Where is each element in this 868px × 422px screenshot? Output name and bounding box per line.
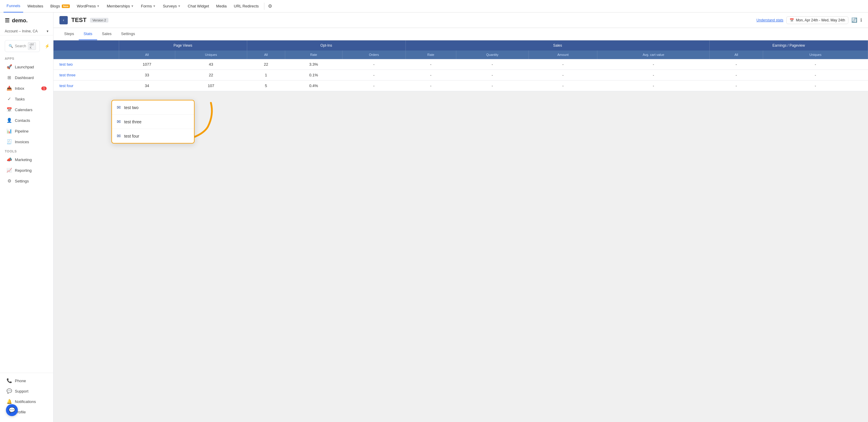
- nav-surveys[interactable]: Surveys ▼: [160, 0, 184, 12]
- cell-avg-cart: -: [597, 59, 710, 70]
- notifications-icon: 🔔: [6, 399, 12, 404]
- cell-pv-all: 34: [119, 81, 175, 91]
- sidebar-item-support[interactable]: 💬 Support: [2, 386, 52, 396]
- refresh-button[interactable]: 🔄: [851, 17, 857, 23]
- tabs-bar: Steps Stats Sales Settings: [54, 28, 868, 40]
- support-icon: 💬: [6, 388, 12, 394]
- nav-chat-widget[interactable]: Chat Widget: [185, 0, 212, 12]
- settings-label: Settings: [15, 179, 29, 183]
- nav-funnels[interactable]: Funnels: [4, 0, 23, 12]
- date-range-picker[interactable]: 📅 Mon, Apr 24th - Wed, May 24th: [786, 16, 848, 24]
- inbox-label: Inbox: [15, 86, 24, 91]
- contacts-icon: 👤: [6, 118, 12, 123]
- cell-oi-all: 22: [247, 59, 285, 70]
- tasks-icon: ✓: [6, 96, 12, 102]
- cell-pv-uniques: 22: [175, 70, 247, 81]
- app-logo: ☰ demo.: [0, 15, 53, 27]
- sub-header-right: Understand stats 📅 Mon, Apr 24th - Wed, …: [756, 16, 862, 24]
- cell-oi-rate: 0.4%: [285, 81, 342, 91]
- nav-memberships[interactable]: Memberships ▼: [104, 0, 137, 12]
- phone-label: Phone: [15, 379, 26, 383]
- th-avg-cart: Avg. cart value: [597, 51, 710, 59]
- sidebar-item-pipeline[interactable]: 📊 Pipeline: [2, 126, 52, 136]
- cell-ep-uniques: -: [763, 81, 868, 91]
- search-button[interactable]: 🔍 Search ctrl K: [5, 40, 40, 52]
- nav-blogs[interactable]: Blogs New: [47, 0, 72, 12]
- chat-widget-bubble[interactable]: 💬: [6, 404, 18, 416]
- cell-ep-uniques: -: [763, 59, 868, 70]
- email-icon: ✉: [117, 104, 121, 110]
- th-sales: Sales: [405, 40, 709, 51]
- sidebar-item-marketing[interactable]: 📣 Marketing: [2, 154, 52, 164]
- popup-item-label-test-three: test three: [124, 119, 142, 124]
- tab-sales[interactable]: Sales: [97, 28, 117, 40]
- popup-item-test-two[interactable]: ✉ test two: [112, 100, 194, 115]
- nav-url-redirects[interactable]: URL Redirects: [231, 0, 262, 12]
- email-icon: ✉: [117, 119, 121, 124]
- account-selector[interactable]: Account -- Irvine, CA ▾: [0, 27, 53, 35]
- tab-settings[interactable]: Settings: [116, 28, 140, 40]
- sidebar-item-calendars[interactable]: 📅 Calendars: [2, 104, 52, 115]
- info-button[interactable]: ℹ: [860, 17, 862, 23]
- row-name-test-four[interactable]: test four: [54, 81, 119, 91]
- understand-stats-link[interactable]: Understand stats: [756, 18, 783, 22]
- row-name-test-two[interactable]: test two: [54, 59, 119, 70]
- hamburger-icon[interactable]: ☰: [5, 17, 9, 24]
- sidebar-item-contacts[interactable]: 👤 Contacts: [2, 115, 52, 125]
- nav-websites[interactable]: Websites: [24, 0, 46, 12]
- settings-gear-icon[interactable]: ⚙: [268, 3, 272, 9]
- sub-header: ‹ TEST Version 2 Understand stats 📅 Mon,…: [54, 12, 868, 28]
- calendars-label: Calendars: [15, 108, 32, 112]
- page-title: TEST: [71, 17, 87, 24]
- cell-s-orders: -: [342, 59, 405, 70]
- th-all-pv: All: [119, 51, 175, 59]
- nav-wordpress[interactable]: WordPress ▼: [74, 0, 103, 12]
- pipeline-icon: 📊: [6, 128, 12, 134]
- marketing-label: Marketing: [15, 157, 32, 162]
- back-button[interactable]: ‹: [59, 16, 68, 24]
- lightning-icon[interactable]: ⚡: [43, 42, 51, 50]
- cell-s-rate: -: [405, 59, 456, 70]
- main-layout: ☰ demo. Account -- Irvine, CA ▾ 🔍 Search…: [0, 12, 868, 422]
- th-uniques-ep: Uniques: [763, 51, 868, 59]
- sidebar-item-dashboard[interactable]: ⊞ Dashboard: [2, 72, 52, 83]
- sidebar-item-tasks[interactable]: ✓ Tasks: [2, 94, 52, 104]
- table-row: test two 1077 43 22 3.3% - - - - - - -: [54, 59, 868, 70]
- invoices-icon: 🧾: [6, 139, 12, 145]
- cell-oi-all: 1: [247, 70, 285, 81]
- sidebar-item-reporting[interactable]: 📈 Reporting: [2, 165, 52, 175]
- account-label: Account -- Irvine, CA: [5, 29, 38, 33]
- nav-forms[interactable]: Forms ▼: [138, 0, 159, 12]
- th-all-ep: All: [710, 51, 763, 59]
- logo-text: demo.: [12, 18, 28, 24]
- nav-media[interactable]: Media: [213, 0, 229, 12]
- cell-s-orders: -: [342, 81, 405, 91]
- popup-item-label-test-four: test four: [124, 134, 139, 139]
- cell-pv-all: 33: [119, 70, 175, 81]
- tab-stats[interactable]: Stats: [79, 28, 97, 40]
- contacts-label: Contacts: [15, 118, 30, 123]
- sidebar-item-settings[interactable]: ⚙ Settings: [2, 176, 52, 186]
- tab-steps[interactable]: Steps: [59, 28, 79, 40]
- popup-item-test-four[interactable]: ✉ test four: [112, 129, 194, 143]
- cell-pv-uniques: 43: [175, 59, 247, 70]
- stats-table: Page Views Opt-Ins Sales Earnings / Page…: [54, 40, 868, 91]
- cell-s-amount: -: [528, 81, 597, 91]
- th-page-views: Page Views: [119, 40, 247, 51]
- cell-s-qty: -: [456, 59, 528, 70]
- row-name-test-three[interactable]: test three: [54, 70, 119, 81]
- sidebar-item-phone[interactable]: 📞 Phone: [2, 375, 52, 386]
- apps-section-label: Apps: [0, 54, 53, 62]
- sidebar-item-launchpad[interactable]: 🚀 Launchpad: [2, 62, 52, 72]
- pipeline-label: Pipeline: [15, 129, 29, 133]
- cell-pv-all: 1077: [119, 59, 175, 70]
- inbox-badge: 1: [41, 87, 46, 90]
- popup-item-test-three[interactable]: ✉ test three: [112, 115, 194, 129]
- sidebar-item-inbox[interactable]: 📥 Inbox 1: [2, 83, 52, 93]
- table-sub-header-row: All Uniques All Rate Orders Rate Quantit…: [54, 51, 868, 59]
- tasks-label: Tasks: [15, 97, 25, 101]
- sidebar-item-invoices[interactable]: 🧾 Invoices: [2, 137, 52, 147]
- support-label: Support: [15, 389, 29, 393]
- cell-s-amount: -: [528, 59, 597, 70]
- th-earnings: Earnings / Pageview: [710, 40, 868, 51]
